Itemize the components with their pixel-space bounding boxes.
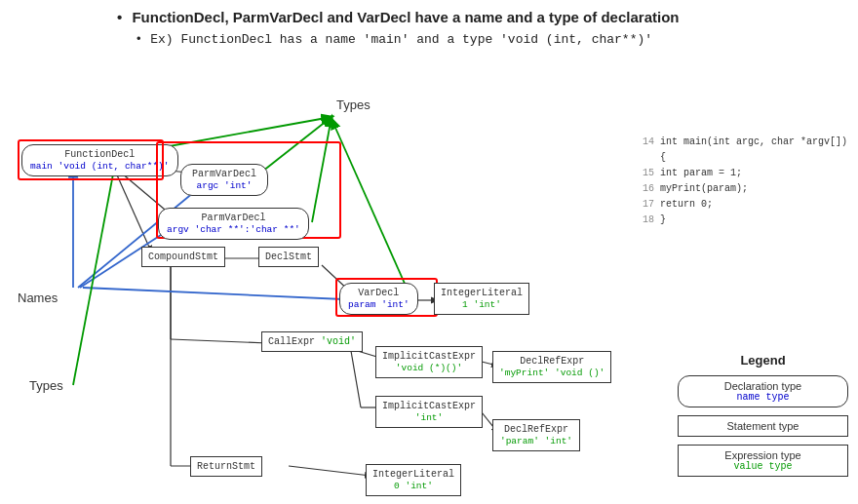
parm-var-decl2-label: ParmVarDecl bbox=[167, 212, 300, 224]
var-decl-node: VarDecl param 'int' bbox=[339, 283, 418, 315]
svg-line-24 bbox=[73, 164, 115, 385]
compound-stmt-node: CompoundStmt bbox=[141, 247, 225, 267]
slide: • FunctionDecl, ParmVarDecl and VarDecl … bbox=[0, 0, 858, 504]
code-section: 14 int main(int argc, char *argv[]) { 15… bbox=[639, 135, 848, 228]
integer-literal2-sub: 0 'int' bbox=[372, 481, 454, 492]
decl-stmt-node: DeclStmt bbox=[258, 247, 319, 267]
code-line-16: 16 myPrint(param); bbox=[639, 181, 848, 197]
legend-stmt-box: Statement type bbox=[678, 415, 848, 437]
var-decl-sub: param 'int' bbox=[348, 299, 410, 311]
integer-literal1-sub: 1 'int' bbox=[441, 299, 523, 311]
legend-expr-item: Expression type value type bbox=[678, 445, 848, 477]
var-decl-label: VarDecl bbox=[348, 287, 410, 299]
decl-ref-expr1-node: DeclRefExpr 'myPrint' 'void ()' bbox=[492, 351, 611, 383]
code-line-15: 15 int param = 1; bbox=[639, 166, 848, 181]
legend-decl-box: Declaration type name type bbox=[678, 375, 848, 407]
svg-line-7 bbox=[171, 339, 268, 343]
implicit-cast-expr1-sub: 'void (*)()' bbox=[382, 363, 476, 374]
svg-line-22 bbox=[312, 117, 332, 222]
decl-ref-expr1-sub: 'myPrint' 'void ()' bbox=[499, 368, 604, 379]
integer-literal1-node: IntegerLiteral 1 'int' bbox=[434, 283, 529, 315]
svg-line-23 bbox=[332, 119, 410, 294]
legend-decl-label: Declaration type bbox=[688, 380, 838, 392]
parm-var-decl1-sub: argc 'int' bbox=[189, 180, 259, 192]
implicit-cast-expr2-sub: 'int' bbox=[382, 412, 476, 424]
parm-var-decl2-node: ParmVarDecl argv 'char **':'char **' bbox=[158, 208, 309, 240]
integer-literal1-label: IntegerLiteral bbox=[441, 287, 523, 299]
names-label: Names bbox=[18, 291, 58, 305]
call-expr-node: CallExpr 'void' bbox=[261, 331, 363, 352]
parm-var-decl2-sub: argv 'char **':'char **' bbox=[167, 224, 300, 236]
legend-expr-sub: value type bbox=[688, 461, 838, 472]
function-decl-sub: main 'void (int, char**)' bbox=[30, 161, 170, 173]
code-line-14: 14 int main(int argc, char *argv[]) { bbox=[639, 135, 848, 166]
decl-stmt-label: DeclStmt bbox=[265, 251, 312, 263]
code-line-17: 17 return 0; bbox=[639, 197, 848, 213]
decl-ref-expr2-node: DeclRefExpr 'param' 'int' bbox=[492, 419, 580, 451]
svg-line-19 bbox=[83, 288, 366, 300]
function-decl-label: FunctionDecl bbox=[30, 148, 170, 161]
svg-line-10 bbox=[351, 351, 361, 407]
legend-stmt-label: Statement type bbox=[688, 420, 838, 432]
call-expr-label: CallExpr 'void' bbox=[268, 335, 356, 348]
legend-expr-label: Expression type bbox=[688, 449, 838, 461]
legend-decl-sub: name type bbox=[688, 392, 838, 403]
parm-var-decl1-node: ParmVarDecl argc 'int' bbox=[180, 164, 268, 196]
svg-line-15 bbox=[289, 466, 370, 476]
legend-expr-box: Expression type value type bbox=[678, 445, 848, 477]
legend-title: Legend bbox=[678, 353, 848, 368]
implicit-cast-expr1-label: ImplicitCastExpr bbox=[382, 350, 476, 363]
legend: Legend Declaration type name type Statem… bbox=[678, 353, 848, 485]
return-stmt-label: ReturnStmt bbox=[197, 460, 255, 473]
types-label-lower: Types bbox=[29, 378, 63, 393]
compound-stmt-label: CompoundStmt bbox=[148, 251, 218, 263]
code-line-18: 18 } bbox=[639, 213, 848, 228]
decl-ref-expr1-label: DeclRefExpr bbox=[499, 355, 604, 368]
main-bullet: • FunctionDecl, ParmVarDecl and VarDecl … bbox=[117, 8, 848, 27]
implicit-cast-expr2-label: ImplicitCastExpr bbox=[382, 400, 476, 412]
svg-line-2 bbox=[115, 171, 151, 252]
types-label-upper: Types bbox=[336, 97, 370, 112]
implicit-cast-expr2-node: ImplicitCastExpr 'int' bbox=[375, 396, 483, 428]
legend-stmt-item: Statement type bbox=[678, 415, 848, 437]
header-section: • FunctionDecl, ParmVarDecl and VarDecl … bbox=[117, 8, 848, 47]
sub-bullet: • Ex) FunctionDecl has a name 'main' and… bbox=[136, 31, 848, 47]
integer-literal2-label: IntegerLiteral bbox=[372, 468, 454, 481]
parm-var-decl1-label: ParmVarDecl bbox=[189, 168, 259, 180]
function-decl-node: FunctionDecl main 'void (int, char**)' bbox=[21, 144, 178, 176]
return-stmt-node: ReturnStmt bbox=[190, 456, 262, 477]
implicit-cast-expr1-node: ImplicitCastExpr 'void (*)()' bbox=[375, 346, 483, 378]
integer-literal2-node: IntegerLiteral 0 'int' bbox=[366, 464, 461, 496]
legend-decl-item: Declaration type name type bbox=[678, 375, 848, 407]
decl-ref-expr2-sub: 'param' 'int' bbox=[499, 436, 573, 447]
decl-ref-expr2-label: DeclRefExpr bbox=[499, 423, 573, 436]
